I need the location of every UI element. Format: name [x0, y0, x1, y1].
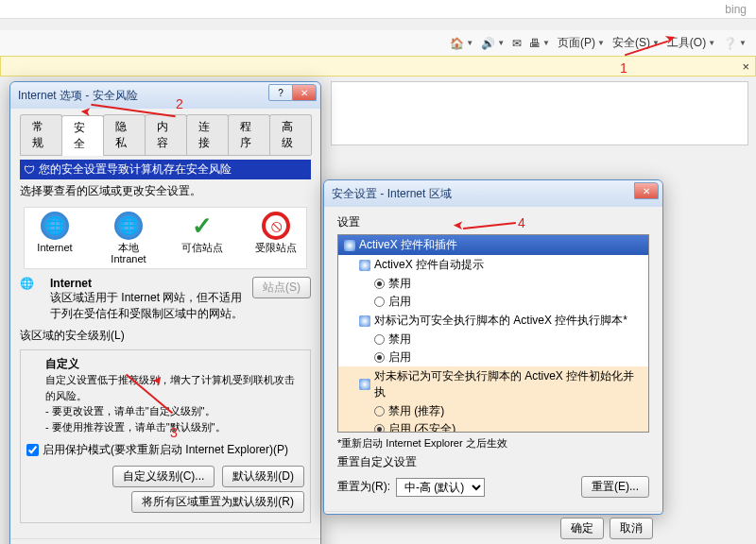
ok-button[interactable]: 确定	[560, 518, 604, 539]
custom-level-button[interactable]: 自定义级别(C)...	[112, 466, 215, 487]
tree-header-activex: ActiveX 控件和插件	[338, 235, 648, 255]
search-hint: bing	[725, 3, 747, 16]
tab-advanced[interactable]: 高级	[269, 114, 312, 155]
help-icon[interactable]: ❔▼	[723, 37, 747, 50]
cancel-button[interactable]: 取消	[610, 518, 653, 539]
options-title: Internet 选项 - 安全风险	[18, 88, 138, 104]
current-zone-desc: 该区域适用于 Internet 网站，但不适用于列在受信任和受限制区域中的网站。	[50, 291, 243, 320]
browser-toolbar: 🏠▼ 🔊▼ ✉ 🖶▼ 页面(P)▼ 安全(S)▼ 工具(O)▼ ❔▼	[0, 30, 756, 57]
gear-icon	[359, 260, 370, 271]
sec-titlebar: 安全设置 - Internet 区域 ✕	[324, 180, 662, 207]
security-level-label: 该区域的安全级别(L)	[20, 328, 311, 344]
annotation-3: 3	[170, 425, 178, 440]
globe-icon: 🌐	[41, 212, 69, 240]
zone-trusted[interactable]: ✓可信站点	[176, 212, 229, 264]
settings-tree[interactable]: ActiveX 控件和插件 ActiveX 控件自动提示 禁用 启用 对标记为可…	[337, 234, 649, 433]
gear-icon	[344, 240, 355, 251]
opt-enable[interactable]: 启用	[338, 348, 648, 366]
protected-mode-checkbox[interactable]	[26, 444, 39, 456]
safe-menu[interactable]: 安全(S)▼	[612, 35, 660, 51]
gear-icon	[359, 379, 370, 390]
reset-button[interactable]: 重置(E)...	[581, 476, 649, 498]
restart-note: *重新启动 Internet Explorer 之后生效	[337, 436, 649, 450]
tab-privacy[interactable]: 隐私	[103, 114, 146, 155]
check-icon: ✓	[188, 212, 216, 240]
settings-label: 设置	[337, 214, 649, 230]
tree-node-scriptable[interactable]: 对标记为可安全执行脚本的 ActiveX 控件执行脚本*	[338, 311, 648, 331]
globe-icon: 🌐	[114, 212, 143, 240]
page-content	[331, 81, 748, 145]
mail-icon[interactable]: ✉	[512, 37, 522, 50]
prohibit-icon: ⦸	[262, 212, 290, 240]
close-button[interactable]: ✕	[634, 182, 659, 199]
current-zone-title: Internet	[50, 277, 92, 290]
internet-options-dialog: Internet 选项 - 安全风险 ? ✕ 常规 安全 隐私 内容 连接 程序…	[9, 81, 321, 544]
tools-menu[interactable]: 工具(O)▼	[667, 35, 715, 51]
annotation-1: 1	[620, 60, 627, 76]
page-menu[interactable]: 页面(P)▼	[558, 35, 605, 51]
info-bar-close[interactable]: ×	[742, 60, 749, 74]
tree-node-auto-prompt[interactable]: ActiveX 控件自动提示	[338, 255, 648, 275]
info-bar: ×	[0, 56, 756, 76]
zone-restricted[interactable]: ⦸受限站点	[249, 212, 302, 264]
zone-select-label: 选择要查看的区域或更改安全设置。	[20, 183, 311, 199]
options-titlebar: Internet 选项 - 安全风险 ? ✕	[10, 82, 320, 109]
browser-top-strip: bing	[0, 0, 756, 19]
gear-icon	[359, 315, 370, 327]
opt-enable-unsafe[interactable]: 启用 (不安全)	[338, 420, 648, 433]
zone-list: 🌐Internet 🌐本地 Intranet ✓可信站点 ⦸受限站点	[24, 207, 307, 269]
shield-icon: 🛡	[24, 163, 35, 177]
rss-icon[interactable]: 🔊▼	[481, 37, 505, 50]
sites-button: 站点(S)	[252, 277, 311, 298]
opt-disable[interactable]: 禁用	[338, 275, 648, 293]
zone-local[interactable]: 🌐本地 Intranet	[102, 212, 155, 264]
sec-title: 安全设置 - Internet 区域	[332, 186, 452, 202]
tab-content[interactable]: 内容	[145, 114, 187, 155]
home-icon[interactable]: 🏠▼	[450, 37, 473, 50]
opt-enable[interactable]: 启用	[338, 293, 648, 311]
globe-icon: 🌐	[20, 277, 43, 290]
reset-all-zones-button[interactable]: 将所有区域重置为默认级别(R)	[131, 491, 304, 513]
annotation-2: 2	[176, 96, 183, 111]
tab-general[interactable]: 常规	[20, 114, 62, 155]
protected-mode-label: 启用保护模式(要求重新启动 Internet Explorer)(P)	[43, 442, 288, 458]
help-button[interactable]: ?	[268, 84, 293, 101]
reset-custom-label: 重置自定义设置	[337, 454, 649, 470]
custom-label: 自定义	[45, 357, 79, 370]
security-warning: 🛡 您的安全设置导致计算机存在安全风险	[20, 160, 311, 179]
default-level-button[interactable]: 默认级别(D)	[222, 466, 304, 487]
options-tabs: 常规 安全 隐私 内容 连接 程序 高级	[20, 114, 311, 156]
custom-line-1: 自定义设置低于推荐级别，增大了计算机受到联机攻击的风险。	[45, 372, 304, 403]
tab-programs[interactable]: 程序	[228, 114, 270, 155]
tab-connections[interactable]: 连接	[186, 114, 229, 155]
close-button[interactable]: ✕	[292, 84, 317, 101]
opt-disable[interactable]: 禁用	[338, 331, 648, 348]
reset-to-label: 重置为(R):	[337, 479, 390, 495]
security-settings-dialog: 安全设置 - Internet 区域 ✕ 设置 ActiveX 控件和插件 Ac…	[323, 179, 663, 515]
zone-internet[interactable]: 🌐Internet	[28, 212, 81, 264]
opt-disable-rec[interactable]: 禁用 (推荐)	[338, 402, 648, 420]
custom-line-2: - 要更改设置，请单击"自定义级别"。	[45, 403, 304, 419]
annotation-4: 4	[518, 215, 525, 230]
reset-level-select[interactable]: 中-高 (默认)	[396, 478, 485, 497]
print-icon[interactable]: 🖶▼	[529, 37, 550, 50]
tab-security[interactable]: 安全	[61, 115, 104, 156]
tree-node-unsigned-init[interactable]: 对未标记为可安全执行脚本的 ActiveX 控件初始化并执	[338, 366, 648, 402]
